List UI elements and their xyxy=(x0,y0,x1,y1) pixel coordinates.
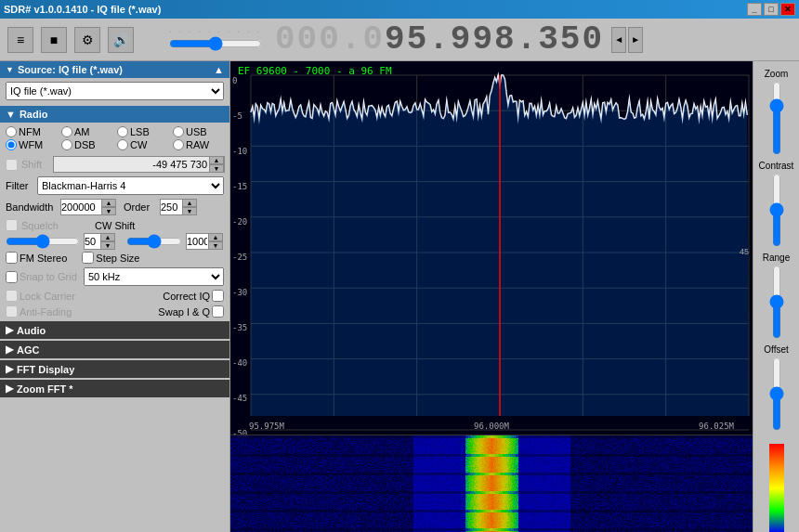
usb-option: USB xyxy=(173,126,221,137)
cw-label: CW xyxy=(130,139,147,150)
squelch-label: Squelch xyxy=(21,220,72,231)
waterfall-right-controls xyxy=(753,435,799,532)
stop-icon[interactable]: ■ xyxy=(41,27,67,53)
right-area: EF 69600 - 7000 - a 96 FM 0 -5 -10 -15 -… xyxy=(230,61,799,532)
agc-header[interactable]: ▶ AGC xyxy=(0,341,229,358)
usb-radio[interactable] xyxy=(173,126,184,137)
raw-label: RAW xyxy=(186,139,209,150)
bottom-sections: ▶ Audio ▶ AGC ▶ FFT Display xyxy=(0,319,229,532)
squelch-slider[interactable] xyxy=(6,235,80,248)
dsb-radio[interactable] xyxy=(61,139,72,150)
cw-radio[interactable] xyxy=(117,139,128,150)
nfm-radio[interactable] xyxy=(6,126,17,137)
source-scroll-up[interactable]: ▲ xyxy=(214,64,224,75)
am-radio[interactable] xyxy=(61,126,72,137)
anti-fading-checkbox[interactable] xyxy=(6,305,18,318)
lsb-radio[interactable] xyxy=(117,126,128,137)
squelch-checkbox[interactable] xyxy=(6,219,18,231)
y-10: -10 xyxy=(232,147,247,156)
app-title: SDR# v1.0.0.1410 - IQ file (*.wav) xyxy=(4,4,161,15)
close-button[interactable]: ✕ xyxy=(780,3,795,16)
fm-stereo-checkbox[interactable] xyxy=(6,252,18,264)
shift-down-btn[interactable]: ▼ xyxy=(209,164,224,173)
source-dropdown-container: IQ file (*.wav) xyxy=(6,82,224,100)
fm-stereo-option: FM Stereo xyxy=(6,252,67,264)
frequency-number: 000.095.998.350 xyxy=(275,20,604,58)
bw-spinners: ▲ ▼ xyxy=(101,199,116,215)
shift-input-container: ▲ ▼ xyxy=(53,156,224,173)
contrast-slider[interactable] xyxy=(767,173,786,247)
freq-dim-part: 000.0 xyxy=(275,20,385,58)
lsb-option: LSB xyxy=(117,126,165,137)
source-arrow-icon[interactable]: ▼ xyxy=(6,65,14,74)
freq-left-arrow[interactable]: ◄ xyxy=(611,27,626,53)
y-40: -40 xyxy=(232,358,247,368)
agc-expand-icon: ▶ xyxy=(6,344,13,356)
spectrum-canvas[interactable] xyxy=(230,61,753,435)
nfm-label: NFM xyxy=(19,126,41,137)
lsb-label: LSB xyxy=(130,126,150,137)
shift-input[interactable] xyxy=(53,156,225,173)
range-slider[interactable] xyxy=(767,265,786,339)
cw-shift-slider[interactable] xyxy=(126,235,182,248)
order-up-btn[interactable]: ▲ xyxy=(182,199,197,207)
freq-right-arrow[interactable]: ► xyxy=(628,27,643,53)
radio-arrow-icon[interactable]: ▼ xyxy=(6,109,16,120)
anti-fading-option: Anti-Fading xyxy=(6,305,72,318)
radio-modes: NFM AM LSB USB WFM xyxy=(0,123,229,154)
spectrum-wrapper: EF 69600 - 7000 - a 96 FM 0 -5 -10 -15 -… xyxy=(230,61,799,435)
raw-radio[interactable] xyxy=(173,139,184,150)
y-30: -30 xyxy=(232,288,247,297)
maximize-button[interactable]: □ xyxy=(764,3,779,16)
order-spinners: ▲ ▼ xyxy=(182,199,197,215)
shift-checkbox[interactable] xyxy=(6,159,18,171)
spectrum-label: EF 69600 - 7000 - a 96 FM xyxy=(238,65,392,77)
main-container: ≡ ■ ⚙ 🔊 · · · · · · · · · · 000.095.998.… xyxy=(0,19,799,532)
bw-up-btn[interactable]: ▲ xyxy=(101,199,116,207)
waterfall-canvas[interactable] xyxy=(230,435,753,532)
contrast-label: Contrast xyxy=(759,161,794,171)
y-5: -5 xyxy=(232,111,247,121)
spectrum-container: EF 69600 - 7000 - a 96 FM 0 -5 -10 -15 -… xyxy=(230,61,753,435)
filter-select[interactable]: Blackman-Harris 4 xyxy=(37,176,224,195)
squelch-row: Squelch CW Shift xyxy=(0,217,229,233)
step-size-checkbox[interactable] xyxy=(82,252,94,264)
bw-down-btn[interactable]: ▼ xyxy=(101,207,116,215)
usb-label: USB xyxy=(186,126,207,137)
snap-select[interactable]: 50 kHz xyxy=(84,267,224,286)
menu-icon[interactable]: ≡ xyxy=(7,27,33,53)
zoom-fft-header[interactable]: ▶ Zoom FFT * xyxy=(0,380,229,397)
lock-carrier-checkbox[interactable] xyxy=(6,290,18,302)
raw-option: RAW xyxy=(173,139,221,150)
settings-icon[interactable]: ⚙ xyxy=(74,27,100,53)
y-45: -45 xyxy=(232,394,247,403)
zoom-slider[interactable] xyxy=(767,81,786,155)
squelch-down-btn[interactable]: ▼ xyxy=(100,241,115,250)
freq-slider[interactable] xyxy=(169,36,262,51)
cw-shift-down-btn[interactable]: ▼ xyxy=(208,241,223,250)
audio-header[interactable]: ▶ Audio xyxy=(0,321,229,339)
squelch-up-btn[interactable]: ▲ xyxy=(100,233,115,241)
order-down-btn[interactable]: ▼ xyxy=(182,207,197,215)
snap-checkbox[interactable] xyxy=(6,271,18,283)
title-bar: SDR# v1.0.0.1410 - IQ file (*.wav) _ □ ✕ xyxy=(0,0,799,19)
offset-slider[interactable] xyxy=(767,357,786,431)
left-panel: ▼ Source: IQ file (*.wav) ▲ IQ file (*.w… xyxy=(0,61,230,532)
minimize-button[interactable]: _ xyxy=(747,3,762,16)
swap-iq-checkbox[interactable] xyxy=(212,305,224,318)
order-label: Order xyxy=(124,201,156,213)
y-axis: 0 -5 -10 -15 -20 -25 -30 -35 -40 -45 -50 xyxy=(232,76,247,438)
agc-label: AGC xyxy=(17,344,39,356)
cw-shift-up-btn[interactable]: ▲ xyxy=(208,233,223,241)
fft-header[interactable]: ▶ FFT Display xyxy=(0,360,229,378)
zoom-fft-section: ▶ Zoom FFT * xyxy=(0,380,229,397)
audio-icon[interactable]: 🔊 xyxy=(108,27,134,53)
shift-up-btn[interactable]: ▲ xyxy=(209,156,224,164)
step-size-option: Step Size xyxy=(82,252,139,264)
source-select[interactable]: IQ file (*.wav) xyxy=(6,82,224,100)
correct-iq-checkbox[interactable] xyxy=(212,290,224,302)
radio-header-label: Radio xyxy=(20,109,48,120)
radio-header: ▼ Radio xyxy=(0,106,229,123)
snap-label: Snap to Grid xyxy=(20,271,80,282)
wfm-radio[interactable] xyxy=(6,139,17,150)
